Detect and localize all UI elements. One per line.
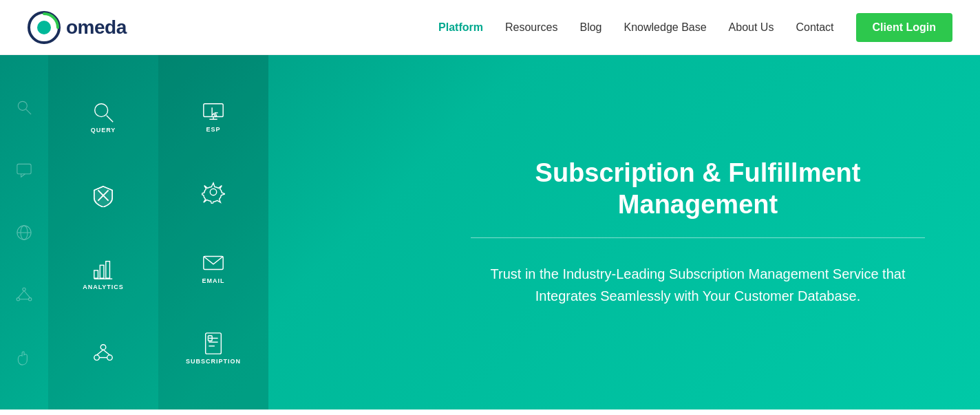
search-icon-col1	[15, 98, 33, 116]
svg-rect-20	[106, 262, 110, 279]
nav-resources[interactable]: Resources	[505, 21, 557, 34]
decorative-icon-panel: QUERY ANALYTICS	[0, 55, 310, 409]
svg-rect-19	[100, 265, 104, 278]
hero-divider	[471, 237, 925, 238]
nodes-icon-col1	[15, 286, 33, 304]
svg-point-2	[18, 101, 27, 110]
svg-rect-4	[17, 164, 31, 173]
esp-icon: ESP	[202, 100, 225, 133]
omeda-logo-icon	[28, 11, 61, 44]
query-icon: QUERY	[91, 100, 116, 134]
svg-line-26	[103, 350, 109, 355]
svg-point-23	[94, 354, 100, 360]
logo-text: omeda	[66, 17, 127, 39]
svg-point-1	[37, 21, 51, 34]
hero-subtitle: Trust in the Industry-Leading Subscripti…	[484, 263, 911, 307]
subscription-icon: SUBSCRIPTION	[186, 332, 241, 365]
icon-col-3: ESP EMAIL	[158, 55, 268, 409]
svg-line-12	[24, 290, 30, 297]
gear-icon	[202, 180, 225, 204]
nav-knowledge-base[interactable]: Knowledge Base	[624, 21, 707, 34]
chat-icon-col1	[15, 161, 33, 179]
logo[interactable]: omeda	[28, 11, 127, 44]
svg-point-22	[100, 344, 106, 350]
nav-blog[interactable]: Blog	[579, 21, 601, 34]
icon-col-1	[0, 55, 48, 409]
svg-point-30	[210, 189, 216, 195]
hero-section: QUERY ANALYTICS	[0, 55, 980, 409]
hero-content: Subscription & Fulfillment Management Tr…	[416, 55, 980, 409]
svg-point-9	[17, 297, 19, 300]
globe-icon-col1	[15, 224, 33, 242]
svg-point-8	[23, 288, 25, 290]
network-icon	[92, 341, 115, 364]
nav-platform[interactable]: Platform	[438, 21, 483, 34]
svg-rect-18	[94, 270, 98, 278]
svg-line-25	[97, 350, 103, 355]
nav-contact[interactable]: Contact	[796, 21, 833, 34]
nav-about-us[interactable]: About Us	[729, 21, 774, 34]
svg-point-24	[107, 354, 113, 360]
email-icon: EMAIL	[202, 251, 225, 284]
svg-point-10	[29, 297, 32, 300]
svg-line-15	[107, 116, 113, 122]
analytics-icon: ANALYTICS	[83, 257, 124, 290]
hand-icon-col1	[15, 349, 33, 367]
svg-point-14	[95, 104, 108, 117]
svg-line-3	[26, 109, 31, 114]
shield-icon	[92, 184, 115, 207]
client-login-button[interactable]: Client Login	[856, 13, 952, 42]
icon-col-2: QUERY ANALYTICS	[48, 55, 158, 409]
svg-line-11	[18, 290, 24, 297]
hero-title: Subscription & Fulfillment Management	[471, 158, 925, 220]
main-nav: Platform Resources Blog Knowledge Base A…	[438, 13, 952, 42]
header: omeda Platform Resources Blog Knowledge …	[0, 0, 980, 55]
